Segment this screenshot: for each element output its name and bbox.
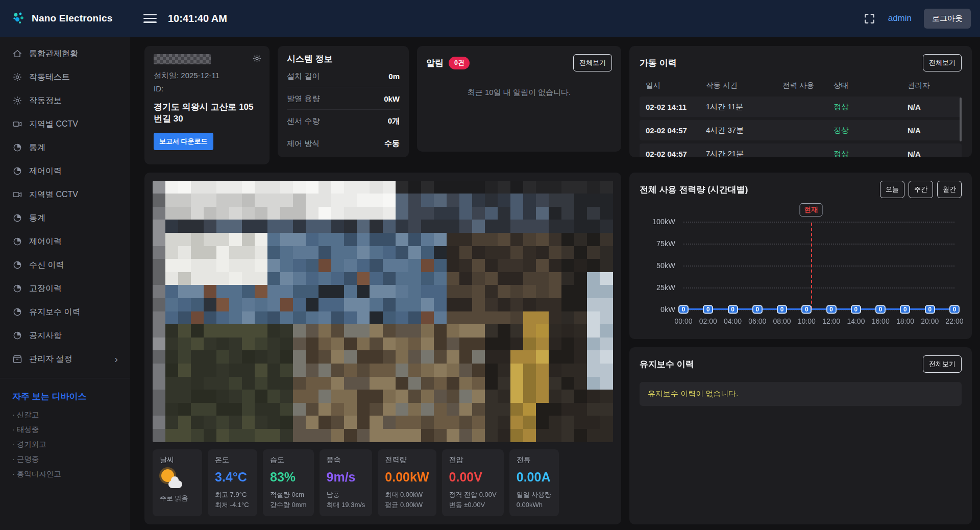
system-info-row: 설치 길이0m bbox=[287, 65, 400, 87]
stat-label: 전류 bbox=[517, 455, 552, 465]
chart-range-button-0[interactable]: 오늘 bbox=[880, 181, 904, 198]
cell-manager: N/A bbox=[908, 150, 955, 158]
sidebar-item-label: 유지보수 이력 bbox=[29, 307, 80, 318]
sidebar-item-4[interactable]: 통계 bbox=[0, 136, 130, 159]
stat-subline: 최대 0.00kW bbox=[385, 490, 429, 500]
sun-cloud-icon bbox=[160, 469, 183, 488]
operation-history-rows: 02-02 14:111시간 11분정상N/A02-02 04:574시간 37… bbox=[640, 97, 962, 157]
maintenance-card: 유지보수 이력 전체보기 유지보수 이력이 없습니다. bbox=[629, 347, 972, 524]
cell-status: 정상 bbox=[834, 102, 908, 112]
stat-value: 9m/s bbox=[327, 470, 365, 485]
system-info-value: 0개 bbox=[388, 116, 400, 126]
sidebar-menu: 통합관제현황작동테스트작동정보지역별 CCTV통계제어이력지역별 CCTV통계제… bbox=[0, 42, 130, 371]
favorite-device-item[interactable]: 태성중 bbox=[0, 422, 130, 437]
stat-label: 풍속 bbox=[327, 455, 365, 465]
sidebar-item-1[interactable]: 작동테스트 bbox=[0, 65, 130, 89]
favorite-device-item[interactable]: 근명중 bbox=[0, 452, 130, 467]
stat-subline: 강수량 0mm bbox=[270, 500, 307, 510]
stat-label: 날씨 bbox=[160, 455, 195, 465]
stat-card-3: 풍속9m/s남풍최대 19.3m/s bbox=[320, 449, 373, 516]
username[interactable]: admin bbox=[888, 13, 912, 23]
data-point: 0 bbox=[777, 305, 787, 314]
stat-sublines: 정격 전압 0.00V변동 ±0.00V bbox=[449, 490, 497, 510]
favorite-device-item[interactable]: 신갈고 bbox=[0, 407, 130, 422]
cell-duration: 1시간 11분 bbox=[706, 102, 782, 112]
stat-subline: 최고 7.9°C bbox=[215, 490, 250, 500]
sidebar-item-13[interactable]: 관리자 설정› bbox=[0, 347, 130, 371]
header-clock: 10:41:40 AM bbox=[168, 13, 227, 25]
site-id: ID: bbox=[154, 84, 260, 93]
fullscreen-icon[interactable] bbox=[863, 12, 876, 25]
sidebar-item-5[interactable]: 제어이력 bbox=[0, 159, 130, 183]
site-address: 경기도 의왕시 고산로 105번길 30 bbox=[154, 102, 260, 125]
x-axis-tick: 12:00 bbox=[822, 317, 840, 325]
table-scrollbar[interactable] bbox=[960, 98, 962, 141]
install-date: 설치일: 2025-12-11 bbox=[154, 71, 260, 81]
logo-text: Nano Electronics bbox=[32, 13, 112, 24]
sidebar-item-11[interactable]: 유지보수 이력 bbox=[0, 300, 130, 324]
sidebar-item-7[interactable]: 통계 bbox=[0, 206, 130, 230]
sidebar-item-label: 공지사항 bbox=[29, 330, 62, 341]
data-point: 0 bbox=[801, 305, 812, 314]
sidebar-item-0[interactable]: 통합관제현황 bbox=[0, 42, 130, 65]
data-point: 0 bbox=[678, 305, 689, 314]
sidebar-item-6[interactable]: 지역별 CCTV bbox=[0, 183, 130, 206]
sidebar-item-9[interactable]: 수신 이력 bbox=[0, 253, 130, 277]
chart-range-button-1[interactable]: 주간 bbox=[909, 181, 933, 198]
stat-subline: 최대 19.3m/s bbox=[327, 500, 365, 510]
chart-pie-icon bbox=[12, 307, 22, 317]
logo-icon bbox=[11, 11, 27, 26]
gear-icon bbox=[12, 72, 22, 82]
sidebar-item-label: 통계 bbox=[29, 142, 45, 153]
favorite-devices-list: 신갈고태성중경기외고근명중홍익디자인고 bbox=[0, 407, 130, 481]
site-name-redacted bbox=[154, 54, 211, 64]
chart-pie-icon bbox=[12, 213, 22, 223]
stat-card-0: 날씨주로 맑음 bbox=[153, 449, 202, 516]
table-row: 02-02 04:577시간 21분정상N/A bbox=[640, 143, 962, 157]
operation-history-view-all-button[interactable]: 전체보기 bbox=[923, 54, 962, 71]
sidebar-item-2[interactable]: 작동정보 bbox=[0, 89, 130, 112]
cell-duration: 4시간 37분 bbox=[706, 126, 782, 135]
y-axis-tick: 100kW bbox=[640, 218, 675, 226]
sidebar-item-label: 작동테스트 bbox=[29, 72, 70, 83]
cell-duration: 7시간 21분 bbox=[706, 149, 782, 158]
sidebar-item-label: 수신 이력 bbox=[29, 260, 64, 271]
chevron-right-icon: › bbox=[114, 354, 118, 364]
sidebar-item-10[interactable]: 고장이력 bbox=[0, 277, 130, 300]
stat-label: 습도 bbox=[270, 455, 307, 465]
sidebar-item-12[interactable]: 공지사항 bbox=[0, 324, 130, 347]
stat-card-4: 전력량0.00kW최대 0.00kW평균 0.00kW bbox=[378, 449, 436, 516]
favorite-device-item[interactable]: 경기외고 bbox=[0, 437, 130, 452]
site-settings-gear-icon[interactable] bbox=[252, 54, 262, 63]
sidebar-item-label: 작동정보 bbox=[29, 95, 62, 106]
sidebar-item-8[interactable]: 제어이력 bbox=[0, 230, 130, 253]
stat-subline: 평균 0.00kW bbox=[385, 500, 429, 510]
home-icon bbox=[12, 49, 22, 59]
chart-range-button-2[interactable]: 월간 bbox=[937, 181, 962, 198]
alerts-view-all-button[interactable]: 전체보기 bbox=[573, 54, 612, 71]
stat-subline: 정격 전압 0.00V bbox=[449, 490, 497, 500]
cell-manager: N/A bbox=[908, 103, 955, 111]
system-info-value: 0m bbox=[388, 72, 400, 81]
stat-subline: 변동 ±0.00V bbox=[449, 500, 497, 510]
stat-card-5: 전압0.00V정격 전압 0.00V변동 ±0.00V bbox=[442, 449, 504, 516]
favorite-device-item[interactable]: 홍익디자인고 bbox=[0, 467, 130, 481]
maintenance-view-all-button[interactable]: 전체보기 bbox=[923, 355, 962, 373]
alerts-empty-message: 최근 10일 내 알림이 없습니다. bbox=[426, 88, 612, 98]
logo[interactable]: Nano Electronics bbox=[0, 11, 130, 26]
stat-label: 전력량 bbox=[385, 455, 429, 465]
report-download-button[interactable]: 보고서 다운로드 bbox=[154, 133, 213, 150]
x-axis-tick: 08:00 bbox=[773, 317, 791, 325]
stat-subline: 남풍 bbox=[327, 490, 365, 500]
current-time-line bbox=[811, 223, 812, 309]
x-axis-tick: 02:00 bbox=[699, 317, 717, 325]
chart-pie-icon bbox=[12, 260, 22, 270]
sidebar-item-label: 지역별 CCTV bbox=[29, 189, 78, 200]
menu-toggle-icon[interactable] bbox=[143, 11, 157, 26]
power-usage-chart-card: 전체 사용 전력량 (시간대별) 오늘주간월간 100kW75kW50kW25k… bbox=[629, 173, 972, 339]
data-point: 0 bbox=[949, 305, 960, 314]
logout-button[interactable]: 로그아웃 bbox=[924, 9, 971, 29]
sidebar-item-3[interactable]: 지역별 CCTV bbox=[0, 112, 130, 136]
chart-pie-icon bbox=[12, 330, 22, 341]
stat-value: 0.00V bbox=[449, 470, 497, 485]
